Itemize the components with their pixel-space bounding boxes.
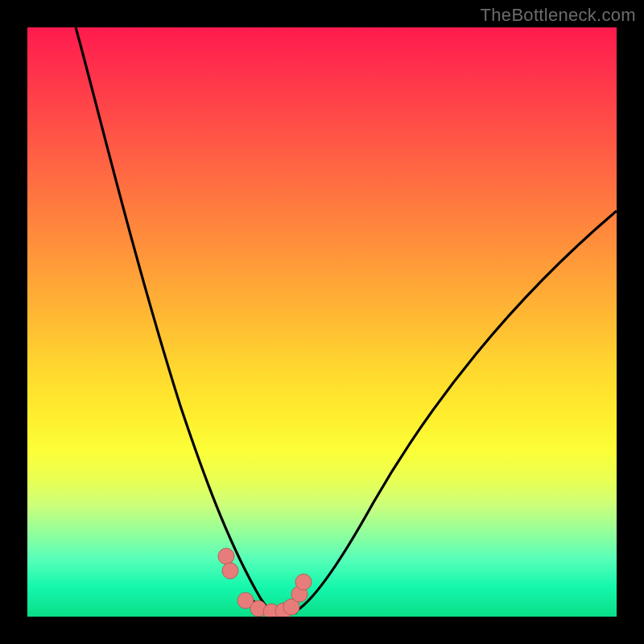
marker-dot <box>295 574 312 590</box>
marker-dot <box>222 563 238 579</box>
plot-area <box>27 27 617 617</box>
chart-frame: TheBottleneck.com <box>0 0 644 644</box>
marker-dot <box>218 548 234 564</box>
marker-dots <box>218 548 312 617</box>
left-curve <box>76 27 274 613</box>
right-curve <box>293 211 617 613</box>
curves-layer <box>27 27 617 617</box>
watermark-text: TheBottleneck.com <box>481 5 636 26</box>
